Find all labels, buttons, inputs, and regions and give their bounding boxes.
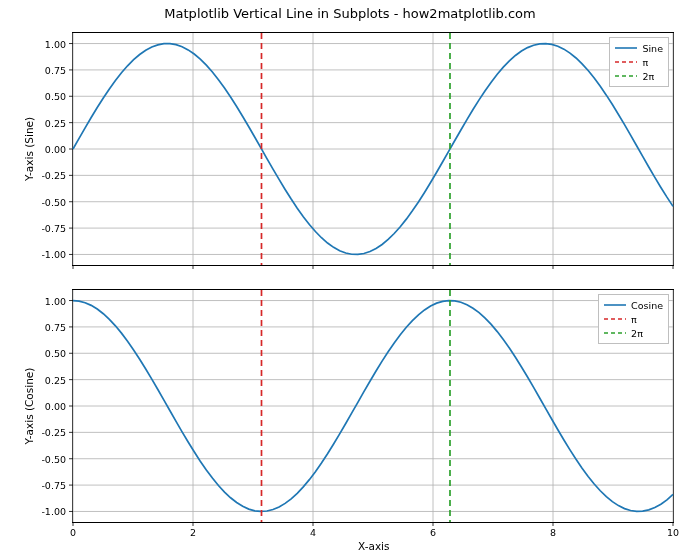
sine-plot-area bbox=[73, 33, 673, 265]
ytick-label: -0.75 bbox=[41, 480, 66, 491]
ytick-label: -0.75 bbox=[41, 223, 66, 234]
ylabel-cosine: Y-axis (Cosine) bbox=[23, 368, 35, 445]
legend-label: π bbox=[642, 57, 648, 68]
ytick-label: -1.00 bbox=[41, 249, 66, 260]
legend-swatch-line-icon bbox=[615, 71, 637, 81]
legend-swatch-line-icon bbox=[615, 57, 637, 67]
ytick-label: 1.00 bbox=[45, 295, 66, 306]
xtick-label: 2 bbox=[190, 527, 196, 538]
figure-suptitle: Matplotlib Vertical Line in Subplots - h… bbox=[0, 6, 700, 21]
legend-swatch-line-icon bbox=[604, 314, 626, 324]
ytick-label: 1.00 bbox=[45, 38, 66, 49]
ytick-label: -0.25 bbox=[41, 427, 66, 438]
legend-entry-pi: π bbox=[604, 312, 663, 326]
xtick-label: 0 bbox=[70, 527, 76, 538]
ytick-label: 0.25 bbox=[45, 117, 66, 128]
legend-label: Cosine bbox=[631, 300, 663, 311]
ylabel-sine: Y-axis (Sine) bbox=[23, 117, 35, 181]
xtick-label: 4 bbox=[310, 527, 316, 538]
legend-entry-sine: Sine bbox=[615, 41, 663, 55]
subplot-cosine: Cosine π 2π 0246810-1.00-0.75-0.50-0.250… bbox=[72, 289, 674, 523]
ytick-label: 0.50 bbox=[45, 91, 66, 102]
xtick-label: 8 bbox=[550, 527, 556, 538]
ytick-label: -0.50 bbox=[41, 453, 66, 464]
subplot-sine: Sine π 2π -1.00-0.75-0.50-0.250.000.250.… bbox=[72, 32, 674, 266]
ytick-label: -0.25 bbox=[41, 170, 66, 181]
xlabel: X-axis bbox=[358, 540, 390, 552]
legend-label: 2π bbox=[631, 328, 643, 339]
xtick-label: 10 bbox=[667, 527, 679, 538]
legend-label: Sine bbox=[642, 43, 663, 54]
ytick-label: -1.00 bbox=[41, 506, 66, 517]
legend-entry-2pi: 2π bbox=[615, 69, 663, 83]
ytick-label: 0.00 bbox=[45, 401, 66, 412]
legend-swatch-line-icon bbox=[604, 300, 626, 310]
ytick-label: 0.75 bbox=[45, 64, 66, 75]
figure: Matplotlib Vertical Line in Subplots - h… bbox=[0, 0, 700, 560]
legend-cosine: Cosine π 2π bbox=[598, 294, 669, 344]
legend-entry-2pi: 2π bbox=[604, 326, 663, 340]
legend-sine: Sine π 2π bbox=[609, 37, 669, 87]
xtick-label: 6 bbox=[430, 527, 436, 538]
ytick-label: 0.00 bbox=[45, 144, 66, 155]
ytick-label: 0.25 bbox=[45, 374, 66, 385]
legend-entry-pi: π bbox=[615, 55, 663, 69]
ytick-label: 0.75 bbox=[45, 321, 66, 332]
legend-entry-cosine: Cosine bbox=[604, 298, 663, 312]
ytick-label: -0.50 bbox=[41, 196, 66, 207]
legend-label: π bbox=[631, 314, 637, 325]
legend-label: 2π bbox=[642, 71, 654, 82]
legend-swatch-line-icon bbox=[604, 328, 626, 338]
ytick-label: 0.50 bbox=[45, 348, 66, 359]
legend-swatch-line-icon bbox=[615, 43, 637, 53]
cosine-plot-area bbox=[73, 290, 673, 522]
